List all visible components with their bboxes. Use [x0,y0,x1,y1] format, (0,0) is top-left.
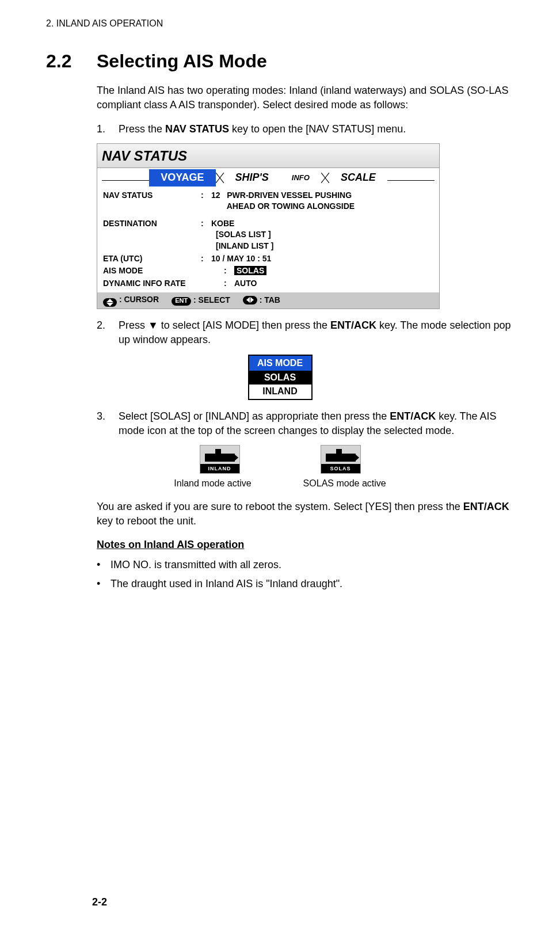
help-label: : TAB [260,295,280,304]
colon: : [201,218,211,252]
figure-body: NAV STATUS : 12 PWR-DRIVEN VESSEL PUSHIN… [97,186,439,293]
nav-status-figure: NAV STATUS VOYAGE SHIP'S INFO SCALE NAV … [97,143,440,310]
step-1: 1. Press the NAV STATUS key to open the … [97,122,514,136]
tab-scale[interactable]: SCALE [329,169,387,186]
value-desc: AHEAD OR TOWING ALONGSIDE [227,201,355,211]
popup-header: AIS MODE [249,356,311,371]
text: Press [119,319,148,331]
key-name: NAV STATUS [165,123,229,135]
key-name: ENT/ACK [330,319,376,331]
bullet-icon: • [97,577,105,591]
step-text: Press the NAV STATUS key to open the [NA… [119,122,406,136]
text: key to reboot the unit. [97,515,196,527]
text: key to open the [NAV STATUS] menu. [229,123,406,135]
inland-mode-icon: INLAND [200,445,240,474]
text: to select [AIS MODE] then press the [158,319,330,331]
note-bullet-1: • IMO NO. is transmitted with all zeros. [97,558,514,572]
value-desc: PWR-DRIVEN VESSEL PUSHING [227,191,352,200]
key-name: ENT/ACK [463,501,509,512]
highlighted-value: SOLAS [234,266,266,275]
value-code: 12 [211,191,220,200]
row-value: KOBE [SOLAS LIST ] [INLAND LIST ] [211,218,433,252]
svg-line-4 [321,173,325,178]
step-3: 3. Select [SOLAS] or [INLAND] as appropr… [97,409,514,438]
step-2: 2. Press ▼ to select [AIS MODE] then pre… [97,318,514,347]
mode-icons-row: INLAND SOLAS [46,445,514,474]
help-label: : CURSOR [119,295,159,304]
down-triangle-icon: ▼ [148,319,158,331]
tab-divider-icon [216,173,224,183]
svg-line-2 [220,173,224,178]
list-option: [SOLAS LIST ] [216,230,271,239]
popup-option-inland[interactable]: INLAND [249,385,311,398]
text: Select [SOLAS] or [INLAND] as appropriat… [119,410,390,422]
svg-line-0 [216,173,220,178]
colon: : [224,265,234,277]
page-number: 2-2 [92,895,107,909]
tab-voyage[interactable]: VOYAGE [149,169,215,186]
popup-option-solas[interactable]: SOLAS [249,371,311,385]
up-down-icon [103,298,117,307]
icon-band-label: SOLAS [321,464,360,473]
row-label: NAV STATUS [103,190,201,212]
value: KOBE [211,219,234,228]
left-right-icon [243,296,257,304]
text: Press the [119,123,165,135]
note-text: The draught used in Inland AIS is "Inlan… [111,577,342,591]
colon: : [224,278,234,290]
solas-mode-icon: SOLAS [321,445,361,474]
intro-paragraph: The Inland AIS has two operating modes: … [97,83,514,112]
list-option: [INLAND LIST ] [216,241,273,250]
caption-inland: Inland mode active [174,477,251,490]
row-value: SOLAS [234,265,433,277]
colon: : [201,190,211,212]
row-label: DYNAMIC INFO RATE [103,278,224,290]
help-label: : SELECT [193,295,230,304]
section-title-text: Selecting AIS Mode [97,51,267,71]
bullet-icon: • [97,558,105,572]
svg-line-6 [325,173,329,178]
note-bullet-2: • The draught used in Inland AIS is "Inl… [97,577,514,591]
row-value: 12 PWR-DRIVEN VESSEL PUSHING 12 AHEAD OR… [211,190,433,212]
step-number: 2. [97,318,111,347]
row-label: AIS MODE [103,265,224,277]
notes-heading: Notes on Inland AIS operation [97,538,514,552]
text: You are asked if you are sure to reboot … [97,501,463,512]
chapter-header: 2. INLAND AIS OPERATION [46,17,514,30]
ent-icon: ENT [172,297,191,306]
step-text: Select [SOLAS] or [INLAND] as appropriat… [119,409,514,438]
svg-line-1 [216,178,220,183]
icon-band-label: INLAND [200,464,239,473]
section-number: 2.2 [46,48,97,74]
colon: : [201,253,211,265]
row-value: AUTO [234,278,433,290]
figure-title: NAV STATUS [102,148,187,163]
tab-ships[interactable]: SHIP'S [224,169,280,186]
note-text: IMO NO. is transmitted with all zeros. [111,558,281,572]
figure-title-bar: NAV STATUS [97,144,439,169]
caption-solas: SOLAS mode active [303,477,386,490]
key-name: ENT/ACK [390,410,436,422]
tab-info[interactable]: INFO [280,172,321,184]
row-value: 10 / MAY 10 : 51 [211,253,433,265]
step-text: Press ▼ to select [AIS MODE] then press … [119,318,514,347]
step-number: 1. [97,122,111,136]
tabs-row: VOYAGE SHIP'S INFO SCALE [97,168,439,186]
help-bar: : CURSOR ENT : SELECT : TAB [97,292,439,309]
svg-line-3 [220,178,224,183]
row-label: DESTINATION [103,218,201,252]
icon-captions: Inland mode active SOLAS mode active [46,477,514,490]
ais-mode-popup: AIS MODE SOLAS INLAND [248,355,313,400]
tab-divider-icon [321,173,329,183]
row-label: ETA (UTC) [103,253,201,265]
svg-line-5 [321,178,325,183]
step-number: 3. [97,409,111,438]
section-heading: 2.2Selecting AIS Mode [46,48,514,74]
reboot-paragraph: You are asked if you are sure to reboot … [97,500,514,528]
svg-line-7 [325,178,329,183]
